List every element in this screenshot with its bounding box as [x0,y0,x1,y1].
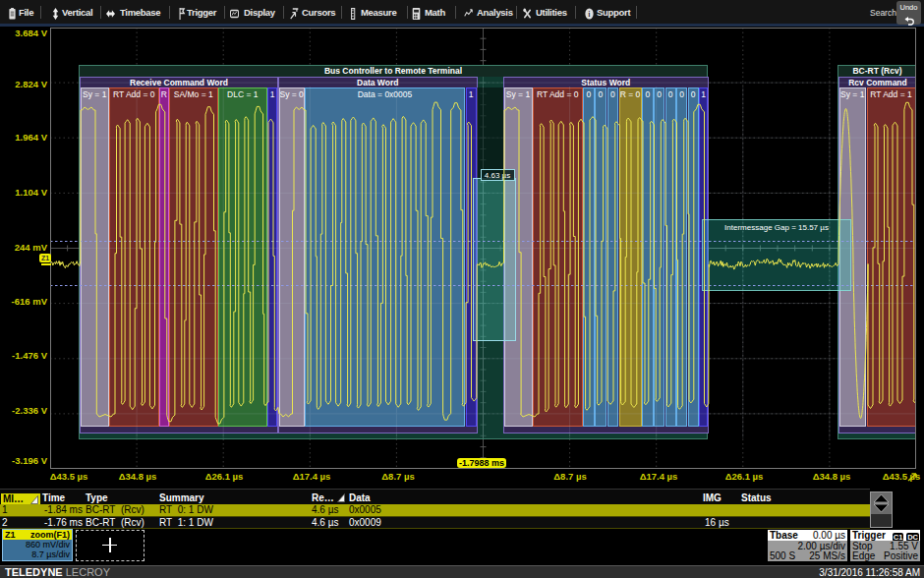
svg-text:i: i [589,9,591,19]
